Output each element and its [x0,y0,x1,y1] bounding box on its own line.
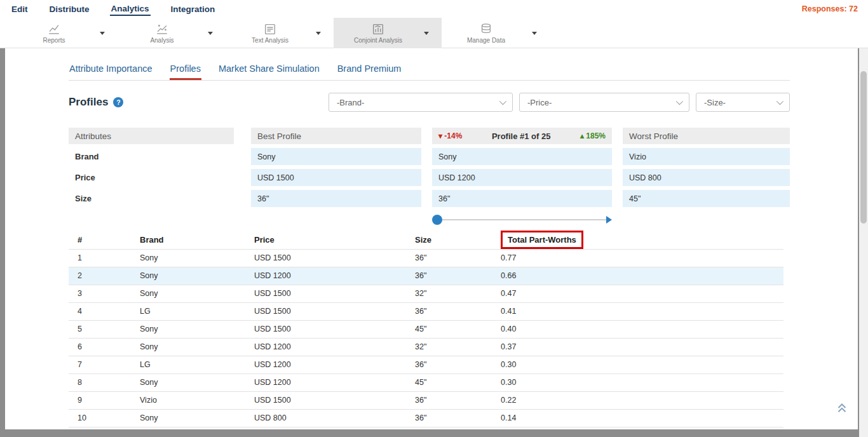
toolbar-item-text-analysis[interactable]: Text Analysis [226,18,334,48]
cell-num: 9 [69,391,140,409]
slider-handle[interactable] [432,215,442,225]
cell-brand: Sony [140,285,254,302]
price-filter-select[interactable]: -Price- [519,93,689,112]
select-value: -Brand- [337,98,364,107]
worst-size-value: 45" [623,190,790,207]
conjoint-chart-icon [371,22,385,36]
up-percentage: ▴ 185% [580,131,606,140]
cell-brand: Vizio [140,391,254,409]
table-row[interactable]: 5 Sony USD 1500 45" 0.40 [69,320,783,338]
toolbar-label: Analysis [150,37,173,44]
cell-price: USD 1500 [254,391,415,409]
table-row[interactable]: 8 Sony USD 1200 45" 0.30 [69,373,783,391]
cell-price: USD 1500 [254,285,415,302]
cell-size: 32" [415,338,501,356]
responses-count[interactable]: Responses: 72 [802,4,858,13]
cell-num: 6 [69,338,140,356]
chevron-down-icon[interactable] [100,32,105,35]
tab-attribute-importance[interactable]: Attribute Importance [69,61,153,80]
cell-price: USD 1500 [254,427,415,429]
cell-total-part-worths: 0.30 [501,373,783,391]
cell-total-part-worths: 0.77 [501,249,783,267]
table-row[interactable]: 9 Vizio USD 1500 36" 0.22 [69,391,783,409]
attribute-price: Price [69,169,234,186]
table-row[interactable]: 1 Sony USD 1500 36" 0.77 [69,249,783,267]
cell-price: USD 1200 [254,267,415,285]
cell-size: 45" [415,373,501,391]
toolbar-label: Reports [43,37,65,44]
toolbar-item-analysis[interactable]: Analysis [118,18,226,48]
page-canvas: Attribute Importance Profiles Market Sha… [0,48,868,437]
chevron-down-icon[interactable] [532,32,537,35]
analysis-chart-icon [155,22,169,36]
worst-profile-column: Worst Profile Vizio USD 800 45" [623,128,790,226]
cell-brand: LG [140,356,254,373]
cell-num: 2 [69,267,140,285]
scrollbar-thumb[interactable] [860,71,867,224]
table-row[interactable]: 4 LG USD 1500 36" 0.41 [69,302,783,320]
chevron-down-icon[interactable] [424,32,429,35]
down-percentage: ▾ -14% [438,131,462,140]
nav-item-distribute[interactable]: Distribute [48,3,91,15]
tab-market-share-simulation[interactable]: Market Share Simulation [218,61,320,80]
toolbar-item-manage-data[interactable]: Manage Data [442,18,550,48]
table-row[interactable]: 10 Sony USD 800 36" 0.14 [69,409,783,427]
chevron-down-icon[interactable] [208,32,213,35]
cell-num: 7 [69,356,140,373]
select-value: -Size- [704,98,726,107]
toolbar-item-conjoint-analysis[interactable]: Conjoint Analysis [334,18,442,48]
cell-size: 36" [415,356,501,373]
annotation-highlight-box: Total Part-Worths [501,231,583,249]
scroll-to-top-button[interactable] [835,400,849,417]
help-icon[interactable]: ? [113,97,123,107]
page-header: Profiles ? -Brand- -Price- -Size- [69,92,790,112]
profiles-table: # Brand Price Size Total Part-Worths 1 S… [69,231,783,429]
chevron-down-icon [776,98,783,105]
cell-num: 10 [69,409,140,427]
size-filter-select[interactable]: -Size- [696,93,790,112]
nav-item-edit[interactable]: Edit [10,3,29,15]
attribute-brand: Brand [69,148,234,165]
brand-filter-select[interactable]: -Brand- [329,93,513,112]
nav-item-analytics[interactable]: Analytics [110,2,151,16]
current-brand-value: Sony [432,148,612,165]
table-row[interactable]: 11 LG USD 1500 32" 0.12 [69,427,783,429]
chevron-down-icon[interactable] [316,32,321,35]
chevron-down-icon [676,98,683,105]
profile-counter: Profile #1 of 25 [492,131,550,141]
slider-end-arrow-icon [606,216,612,224]
cell-brand: Sony [140,409,254,427]
table-row[interactable]: 7 LG USD 1200 36" 0.30 [69,356,783,373]
nav-item-integration[interactable]: Integration [170,3,217,15]
cell-num: 5 [69,320,140,338]
best-price-value: USD 1500 [251,169,421,186]
cell-total-part-worths: 0.66 [501,267,783,285]
toolbar-item-reports[interactable]: Reports [10,18,118,48]
table-header-row: # Brand Price Size Total Part-Worths [69,231,783,249]
cell-brand: Sony [140,249,254,267]
tab-brand-premium[interactable]: Brand Premium [337,61,402,80]
best-profile-column: Best Profile Sony USD 1500 36" [251,128,421,226]
top-nav: Edit Distribute Analytics Integration Re… [0,0,868,18]
col-header-brand: Brand [140,231,254,249]
slider-track[interactable] [437,219,608,220]
sub-tabs: Attribute Importance Profiles Market Sha… [69,61,790,81]
best-profile-header: Best Profile [251,128,421,144]
cell-price: USD 1200 [254,338,415,356]
cell-total-part-worths: 0.37 [501,338,783,356]
profiles-grid: Attributes Brand Price Size Best Profile… [69,128,790,226]
cell-price: USD 1200 [254,356,415,373]
col-header-size: Size [415,231,501,249]
tab-profiles[interactable]: Profiles [170,61,201,80]
cell-price: USD 1200 [254,373,415,391]
cell-num: 3 [69,285,140,302]
cell-size: 32" [415,285,501,302]
table-row[interactable]: 6 Sony USD 1200 32" 0.37 [69,338,783,356]
table-row[interactable]: 3 Sony USD 1500 32" 0.47 [69,285,783,302]
table-row[interactable]: 2 Sony USD 1200 36" 0.66 [69,267,783,285]
cell-brand: Sony [140,267,254,285]
cell-num: 4 [69,302,140,320]
best-size-value: 36" [251,190,421,207]
attributes-header: Attributes [69,128,234,144]
content-panel: Attribute Importance Profiles Market Sha… [5,48,858,429]
